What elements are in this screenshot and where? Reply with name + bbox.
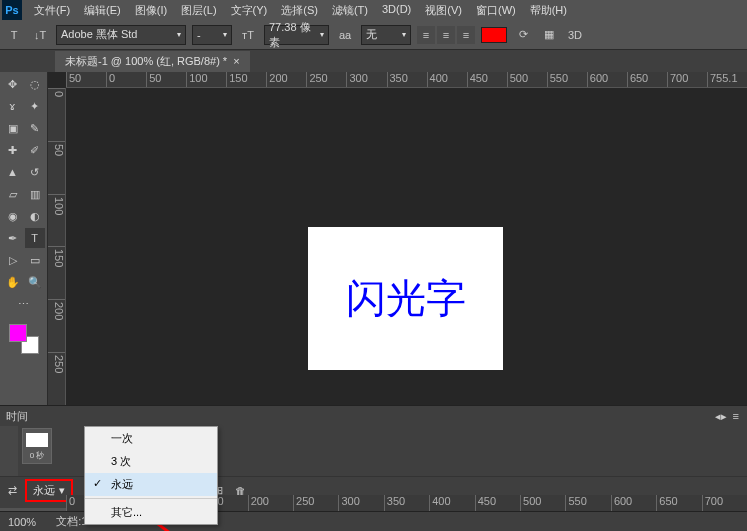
timeline-convert-icon[interactable]: ⇄ xyxy=(8,484,17,497)
loop-count-menu: 一次 3 次 永远 其它... xyxy=(84,426,218,525)
color-picker[interactable] xyxy=(9,324,39,354)
path-select-tool[interactable]: ▷ xyxy=(3,250,23,270)
options-bar: T ↓T Adobe 黑体 Std▾ -▾ тT 77.38 像素▾ aa 无▾… xyxy=(0,20,747,50)
type-tool-icon: T xyxy=(4,25,24,45)
menu-layer[interactable]: 图层(L) xyxy=(175,1,222,20)
eyedropper-tool[interactable]: ✎ xyxy=(25,118,45,138)
type-tool[interactable]: T xyxy=(25,228,45,248)
align-right-icon[interactable]: ≡ xyxy=(457,26,475,44)
document-tabbar: 未标题-1 @ 100% (红, RGB/8#) * × xyxy=(0,50,747,72)
frame-delay[interactable]: 0 秒 xyxy=(23,450,51,461)
brush-tool[interactable]: ✐ xyxy=(25,140,45,160)
panel-menu-icon[interactable]: ≡ xyxy=(733,410,739,423)
antialias-dropdown[interactable]: 无▾ xyxy=(361,25,411,45)
loop-3-times[interactable]: 3 次 xyxy=(85,450,217,473)
loop-once[interactable]: 一次 xyxy=(85,427,217,450)
font-family-dropdown[interactable]: Adobe 黑体 Std▾ xyxy=(56,25,186,45)
document-tab[interactable]: 未标题-1 @ 100% (红, RGB/8#) * × xyxy=(55,51,250,72)
edit-toolbar[interactable]: ⋯ xyxy=(14,294,34,314)
menu-3d[interactable]: 3D(D) xyxy=(376,1,417,20)
char-panel-icon[interactable]: ▦ xyxy=(539,25,559,45)
blur-tool[interactable]: ◉ xyxy=(3,206,23,226)
zoom-tool[interactable]: 🔍 xyxy=(25,272,45,292)
mode-3d-button[interactable]: 3D xyxy=(565,25,585,45)
align-left-icon[interactable]: ≡ xyxy=(417,26,435,44)
main-area: ✥◌ ɤ✦ ▣✎ ✚✐ ▲↺ ▱▥ ◉◐ ✒T ▷▭ ✋🔍 ⋯ 50050100… xyxy=(0,72,747,405)
chevron-down-icon: ▾ xyxy=(402,30,406,39)
aa-icon: aa xyxy=(335,25,355,45)
menu-items: 文件(F) 编辑(E) 图像(I) 图层(L) 文字(Y) 选择(S) 滤镜(T… xyxy=(28,1,573,20)
timeline-header: 时间 ◂▸ ≡ xyxy=(0,406,747,426)
timeline-panel: 时间 ◂▸ ≡ 0 秒 一次 3 次 永远 其它... ⇄ 永远 ▾ |◂ ◂| xyxy=(0,405,747,508)
canvas-area: 5005010015020025030035040045050055060065… xyxy=(48,72,747,405)
orientation-icon[interactable]: ↓T xyxy=(30,25,50,45)
canvas-text: 闪光字 xyxy=(346,271,466,326)
zoom-level[interactable]: 100% xyxy=(8,516,36,528)
loop-other[interactable]: 其它... xyxy=(85,501,217,524)
menu-type[interactable]: 文字(Y) xyxy=(225,1,274,20)
hand-tool[interactable]: ✋ xyxy=(3,272,23,292)
frame-thumb-preview xyxy=(26,433,48,447)
lasso-tool[interactable]: ɤ xyxy=(3,96,23,116)
ruler-horizontal: 5005010015020025030035040045050055060065… xyxy=(66,72,747,88)
stamp-tool[interactable]: ▲ xyxy=(3,162,23,182)
menu-file[interactable]: 文件(F) xyxy=(28,1,76,20)
pen-tool[interactable]: ✒ xyxy=(3,228,23,248)
foreground-color[interactable] xyxy=(9,324,27,342)
menu-filter[interactable]: 滤镜(T) xyxy=(326,1,374,20)
canvas[interactable]: 闪光字 xyxy=(308,227,503,370)
menu-help[interactable]: 帮助(H) xyxy=(524,1,573,20)
chevron-down-icon: ▾ xyxy=(320,30,324,39)
ruler-vertical: 050100150200250 xyxy=(48,88,66,405)
menu-edit[interactable]: 编辑(E) xyxy=(78,1,127,20)
chevron-down-icon: ▾ xyxy=(59,484,65,497)
wand-tool[interactable]: ✦ xyxy=(25,96,45,116)
font-style-dropdown[interactable]: -▾ xyxy=(192,25,232,45)
toolbox: ✥◌ ɤ✦ ▣✎ ✚✐ ▲↺ ▱▥ ◉◐ ✒T ▷▭ ✋🔍 ⋯ xyxy=(0,72,48,405)
menu-image[interactable]: 图像(I) xyxy=(129,1,173,20)
menubar: Ps 文件(F) 编辑(E) 图像(I) 图层(L) 文字(Y) 选择(S) 滤… xyxy=(0,0,747,20)
ps-logo: Ps xyxy=(2,0,22,20)
align-center-icon[interactable]: ≡ xyxy=(437,26,455,44)
eraser-tool[interactable]: ▱ xyxy=(3,184,23,204)
frame-thumb[interactable]: 0 秒 xyxy=(22,428,52,464)
heal-tool[interactable]: ✚ xyxy=(3,140,23,160)
font-size-dropdown[interactable]: 77.38 像素▾ xyxy=(264,25,329,45)
collapse-icon[interactable]: ◂▸ xyxy=(715,410,727,423)
menu-window[interactable]: 窗口(W) xyxy=(470,1,522,20)
text-color-swatch[interactable] xyxy=(481,27,507,43)
crop-tool[interactable]: ▣ xyxy=(3,118,23,138)
history-brush-tool[interactable]: ↺ xyxy=(25,162,45,182)
close-icon[interactable]: × xyxy=(233,55,239,67)
chevron-down-icon: ▾ xyxy=(223,30,227,39)
loop-forever[interactable]: 永远 xyxy=(85,473,217,496)
chevron-down-icon: ▾ xyxy=(177,30,181,39)
frame-gutter xyxy=(0,426,18,476)
size-icon: тT xyxy=(238,25,258,45)
menu-view[interactable]: 视图(V) xyxy=(419,1,468,20)
move-tool[interactable]: ✥ xyxy=(3,74,23,94)
timeline-title: 时间 xyxy=(6,409,28,424)
shape-tool[interactable]: ▭ xyxy=(25,250,45,270)
gradient-tool[interactable]: ▥ xyxy=(25,184,45,204)
timeline-body: 0 秒 一次 3 次 永远 其它... xyxy=(0,426,747,476)
marquee-tool[interactable]: ◌ xyxy=(25,74,45,94)
align-group: ≡ ≡ ≡ xyxy=(417,26,475,44)
tab-title: 未标题-1 @ 100% (红, RGB/8#) * xyxy=(65,54,227,69)
menu-select[interactable]: 选择(S) xyxy=(275,1,324,20)
warp-text-icon[interactable]: ⟳ xyxy=(513,25,533,45)
dodge-tool[interactable]: ◐ xyxy=(25,206,45,226)
